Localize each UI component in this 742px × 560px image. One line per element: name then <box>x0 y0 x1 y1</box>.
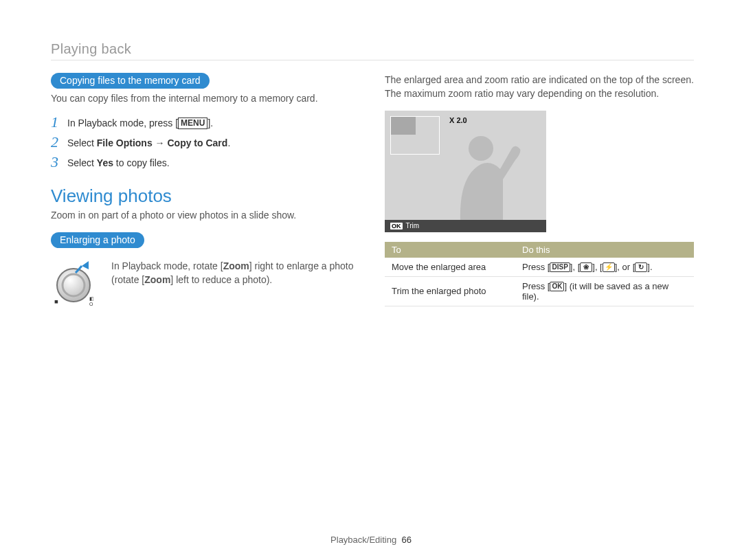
page-number: 66 <box>401 535 411 545</box>
step-text: ]. <box>207 117 213 128</box>
section-title: Playing back <box>51 41 694 57</box>
table-row: Move the enlarged area Press [DISP], [❀]… <box>385 258 694 277</box>
svg-text:◼: ◼ <box>54 299 58 304</box>
svg-point-5 <box>469 136 493 161</box>
subheading-copying: Copying files to the memory card <box>51 73 210 89</box>
action-do: Press [DISP], [❀], [⚡], or [↻]. <box>515 258 694 277</box>
divider <box>51 60 694 60</box>
action-do: Press [OK] (it will be saved as a new fi… <box>515 276 694 306</box>
actions-table: To Do this Move the enlarged area Press … <box>385 242 694 306</box>
ok-button-icon: OK <box>550 282 564 291</box>
step-text: Select <box>67 157 97 168</box>
step-bold: Yes <box>97 157 113 168</box>
table-row: Trim the enlarged photo Press [OK] (it w… <box>385 276 694 306</box>
footer-section: Playback/Editing <box>330 535 396 545</box>
heading-viewing-photos: Viewing photos <box>51 186 360 207</box>
step-text: . <box>227 137 230 148</box>
table-header-to: To <box>385 242 515 258</box>
svg-text:Q: Q <box>89 302 93 306</box>
disp-button-icon: DISP <box>550 262 570 272</box>
flash-button-icon: ⚡ <box>603 262 615 272</box>
steps-list: 1 In Playback mode, press [MENU]. 2 Sele… <box>51 115 360 170</box>
table-header-do: Do this <box>515 242 694 258</box>
camera-screen-illustration: X 2.0 OK Trim <box>385 111 546 232</box>
ok-icon: OK <box>390 223 403 229</box>
step-text: Select <box>67 137 97 148</box>
viewing-intro: Zoom in on part of a photo or view photo… <box>51 208 360 222</box>
action-name: Trim the enlarged photo <box>385 276 515 306</box>
menu-button-icon: MENU <box>178 117 207 129</box>
step-text: to copy files. <box>113 157 170 168</box>
step-number: 3 <box>51 155 67 170</box>
trim-label: Trim <box>406 222 420 229</box>
left-column: Copying files to the memory card You can… <box>51 73 360 309</box>
step-text: In Playback mode, press [ <box>67 117 178 128</box>
timer-button-icon: ↻ <box>635 262 647 272</box>
right-intro: The enlarged area and zoom ratio are ind… <box>385 73 694 101</box>
zoom-dial-icon: ◼ ◧ Q <box>51 258 99 309</box>
silhouette-icon <box>385 111 546 232</box>
zoom-instruction: In Playback mode, rotate [Zoom] right to… <box>111 259 360 287</box>
svg-text:◧: ◧ <box>89 296 94 301</box>
copying-intro: You can copy files from the internal mem… <box>51 91 360 105</box>
page-footer: Playback/Editing 66 <box>0 535 742 545</box>
subheading-enlarging: Enlarging a photo <box>51 232 144 248</box>
step-bold: File Options → Copy to Card <box>97 137 228 148</box>
right-column: The enlarged area and zoom ratio are ind… <box>385 73 694 309</box>
macro-button-icon: ❀ <box>580 262 592 272</box>
step-number: 1 <box>51 115 67 130</box>
step-number: 2 <box>51 135 67 150</box>
action-name: Move the enlarged area <box>385 258 515 277</box>
